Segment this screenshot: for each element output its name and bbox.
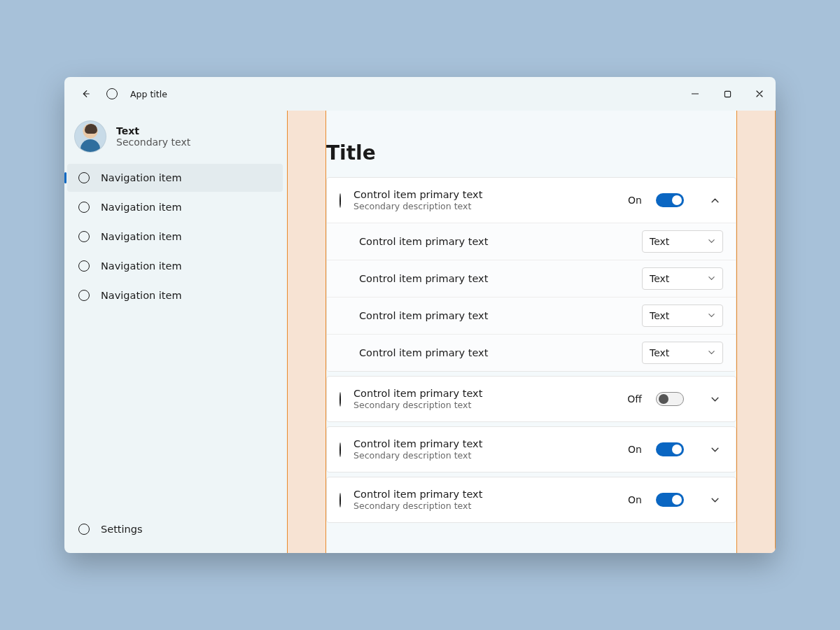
toggle-state-label: On — [628, 494, 642, 505]
profile-secondary: Secondary text — [116, 136, 190, 148]
setting-row[interactable]: Control item primary text Secondary desc… — [327, 178, 736, 223]
content-wrap: Title Control item primary text Secondar… — [287, 111, 776, 553]
profile-primary: Text — [116, 125, 190, 136]
setting-child-row: Control item primary text Text — [327, 334, 736, 371]
toggle-switch[interactable] — [656, 392, 684, 406]
setting-row[interactable]: Control item primary text Secondary desc… — [327, 427, 736, 472]
setting-card-1: Control item primary text Secondary desc… — [326, 376, 736, 422]
setting-text: Control item primary text Secondary desc… — [354, 438, 482, 461]
toggle-state-label: Off — [627, 393, 642, 405]
app-icon — [101, 83, 123, 105]
caption-controls — [679, 83, 776, 105]
chevron-down-icon — [708, 310, 715, 321]
setting-children: Control item primary text Text Control i… — [327, 223, 736, 371]
setting-child-primary: Control item primary text — [359, 310, 488, 321]
nav-item-0[interactable]: Navigation item — [67, 164, 283, 192]
toggle-state-label: On — [628, 195, 642, 206]
dropdown[interactable]: Text — [642, 267, 723, 290]
chevron-down-icon[interactable] — [706, 441, 723, 458]
dropdown[interactable]: Text — [642, 304, 723, 327]
margin-guide-left — [287, 111, 326, 553]
avatar — [74, 120, 106, 153]
toggle-state-label: On — [628, 444, 642, 455]
setting-secondary: Secondary description text — [354, 201, 482, 211]
nav-item-3[interactable]: Navigation item — [67, 252, 283, 280]
nav-item-settings[interactable]: Settings — [67, 515, 283, 543]
nav-item-2[interactable]: Navigation item — [67, 223, 283, 251]
circle-icon — [78, 231, 90, 242]
setting-secondary: Secondary description text — [354, 450, 482, 461]
toggle-switch[interactable] — [656, 442, 684, 456]
dropdown-value: Text — [650, 273, 669, 284]
app-body: Text Secondary text Navigation item Navi… — [64, 111, 776, 553]
close-button[interactable] — [743, 83, 776, 105]
nav-item-label: Navigation item — [101, 260, 182, 272]
chevron-down-icon[interactable] — [706, 391, 723, 407]
setting-row[interactable]: Control item primary text Secondary desc… — [327, 377, 736, 421]
setting-text: Control item primary text Secondary desc… — [354, 388, 482, 410]
dropdown[interactable]: Text — [642, 230, 723, 253]
setting-child-primary: Control item primary text — [359, 347, 488, 358]
circle-icon — [78, 290, 90, 301]
chevron-up-icon[interactable] — [706, 192, 723, 209]
setting-text: Control item primary text Secondary desc… — [354, 489, 482, 511]
setting-card-3: Control item primary text Secondary desc… — [326, 477, 736, 523]
setting-text: Control item primary text Secondary desc… — [354, 189, 482, 211]
sidebar: Text Secondary text Navigation item Navi… — [64, 111, 287, 553]
settings-list: Control item primary text Secondary desc… — [326, 177, 736, 537]
nav-item-4[interactable]: Navigation item — [67, 281, 283, 309]
circle-icon — [78, 172, 90, 183]
circle-icon — [340, 493, 341, 507]
nav-list: Navigation item Navigation item Navigati… — [64, 162, 287, 309]
chevron-down-icon — [708, 273, 715, 284]
nav-item-label: Navigation item — [101, 202, 182, 213]
profile-card[interactable]: Text Secondary text — [64, 113, 287, 162]
toggle-switch[interactable] — [656, 493, 684, 507]
svg-rect-0 — [724, 91, 730, 97]
content: Title Control item primary text Secondar… — [326, 111, 736, 553]
setting-secondary: Secondary description text — [354, 500, 482, 511]
titlebar: App title — [64, 77, 776, 111]
chevron-down-icon[interactable] — [706, 491, 723, 508]
circle-icon — [78, 524, 90, 535]
chevron-down-icon — [708, 347, 715, 358]
profile-text: Text Secondary text — [116, 125, 190, 148]
circle-icon — [106, 88, 118, 99]
setting-child-primary: Control item primary text — [359, 236, 488, 247]
setting-primary: Control item primary text — [354, 489, 482, 500]
chevron-down-icon — [708, 236, 715, 247]
setting-primary: Control item primary text — [354, 438, 482, 449]
nav-item-label: Navigation item — [101, 172, 182, 183]
setting-card-0: Control item primary text Secondary desc… — [326, 177, 736, 372]
setting-secondary: Secondary description text — [354, 400, 482, 410]
setting-child-primary: Control item primary text — [359, 273, 488, 284]
circle-icon — [340, 393, 341, 406]
dropdown[interactable]: Text — [642, 342, 723, 364]
page-title: Title — [326, 141, 736, 177]
setting-primary: Control item primary text — [354, 388, 482, 399]
setting-child-row: Control item primary text Text — [327, 223, 736, 260]
back-button[interactable] — [74, 83, 97, 105]
setting-row[interactable]: Control item primary text Secondary desc… — [327, 477, 736, 522]
toggle-switch[interactable] — [656, 193, 684, 207]
nav-bottom: Settings — [64, 515, 287, 547]
circle-icon — [340, 443, 341, 456]
circle-icon — [78, 260, 90, 272]
maximize-button[interactable] — [711, 83, 743, 105]
titlebar-left: App title — [67, 83, 167, 105]
nav-item-1[interactable]: Navigation item — [67, 193, 283, 221]
setting-child-row: Control item primary text Text — [327, 260, 736, 297]
circle-icon — [78, 202, 90, 213]
nav-item-label: Navigation item — [101, 290, 182, 301]
app-window: App title Text Secondary text — [64, 77, 776, 553]
setting-card-2: Control item primary text Secondary desc… — [326, 426, 736, 472]
dropdown-value: Text — [650, 236, 669, 247]
minimize-button[interactable] — [679, 83, 711, 105]
dropdown-value: Text — [650, 347, 669, 358]
nav-item-label: Settings — [101, 524, 142, 535]
app-title: App title — [130, 89, 167, 99]
margin-guide-right — [736, 111, 776, 553]
setting-primary: Control item primary text — [354, 189, 482, 200]
circle-icon — [340, 194, 341, 207]
dropdown-value: Text — [650, 310, 669, 321]
